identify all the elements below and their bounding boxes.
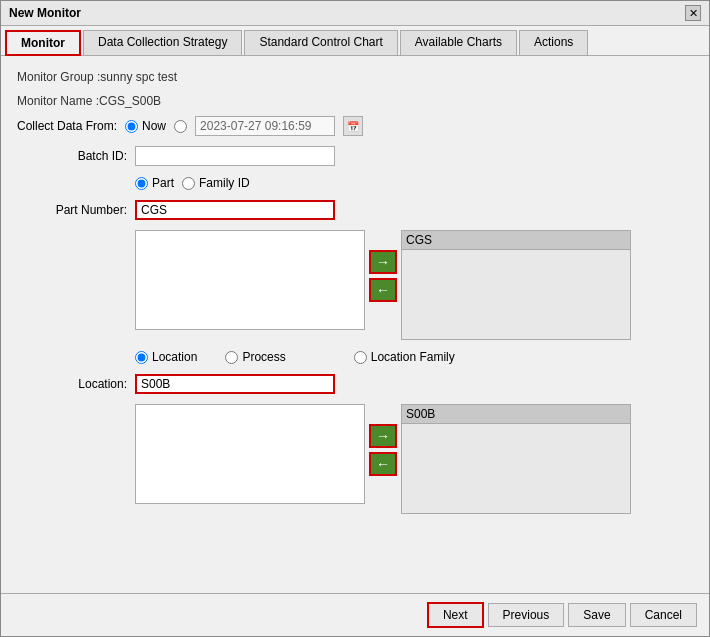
location-lists-section: → ← S00B [135,404,693,514]
datetime-radio-label[interactable] [174,120,187,133]
now-radio-label[interactable]: Now [125,119,166,133]
location-family-radio[interactable] [354,351,367,364]
location-input-row: Location: [17,374,693,394]
monitor-group-info: Monitor Group :sunny spc test [17,68,693,86]
tab-actions[interactable]: Actions [519,30,588,55]
collect-from-row: Collect Data From: Now 📅 [17,116,693,136]
part-arrow-col: → ← [369,230,397,302]
datetime-input[interactable] [195,116,335,136]
tab-bar: Monitor Data Collection Strategy Standar… [1,26,709,56]
location-arrow-col: → ← [369,404,397,476]
batch-id-row: Batch ID: [17,146,693,166]
part-number-label: Part Number: [17,203,127,217]
family-id-radio-label[interactable]: Family ID [182,176,250,190]
previous-button[interactable]: Previous [488,603,565,627]
collect-from-label: Collect Data From: [17,119,117,133]
location-family-radio-label[interactable]: Location Family [354,350,455,364]
family-id-radio[interactable] [182,177,195,190]
location-input[interactable] [135,374,335,394]
location-type-row: Location Process Location Family [135,350,693,364]
window-title: New Monitor [9,6,81,20]
close-button[interactable]: ✕ [685,5,701,21]
part-source-list[interactable] [135,230,365,330]
now-radio[interactable] [125,120,138,133]
tab-standard-control[interactable]: Standard Control Chart [244,30,397,55]
part-arrow-right-button[interactable]: → [369,250,397,274]
tab-available-charts[interactable]: Available Charts [400,30,517,55]
tab-data-collection[interactable]: Data Collection Strategy [83,30,242,55]
datetime-radio[interactable] [174,120,187,133]
location-input-label: Location: [17,377,127,391]
location-radio[interactable] [135,351,148,364]
title-bar: New Monitor ✕ [1,1,709,26]
new-monitor-window: New Monitor ✕ Monitor Data Collection St… [0,0,710,637]
part-lists-section: → ← CGS [135,230,693,340]
part-selected-list[interactable]: CGS [401,230,631,340]
location-arrow-left-button[interactable]: ← [369,452,397,476]
part-arrow-left-button[interactable]: ← [369,278,397,302]
location-selected-list[interactable]: S00B [401,404,631,514]
batch-id-input[interactable] [135,146,335,166]
footer: Next Previous Save Cancel [1,593,709,636]
process-radio-label[interactable]: Process [225,350,285,364]
save-button[interactable]: Save [568,603,625,627]
location-arrow-right-button[interactable]: → [369,424,397,448]
process-radio[interactable] [225,351,238,364]
part-selected-header: CGS [402,231,630,250]
part-number-input[interactable] [135,200,335,220]
part-radio[interactable] [135,177,148,190]
location-source-list[interactable] [135,404,365,504]
tab-monitor[interactable]: Monitor [5,30,81,56]
location-radio-label[interactable]: Location [135,350,197,364]
batch-id-label: Batch ID: [17,149,127,163]
next-button[interactable]: Next [427,602,484,628]
content-area: Monitor Group :sunny spc test Monitor Na… [1,56,709,593]
monitor-name-info: Monitor Name :CGS_S00B [17,92,693,110]
calendar-button[interactable]: 📅 [343,116,363,136]
location-selected-header: S00B [402,405,630,424]
part-number-row: Part Number: [17,200,693,220]
cancel-button[interactable]: Cancel [630,603,697,627]
part-family-row: Part Family ID [135,176,693,190]
part-radio-label[interactable]: Part [135,176,174,190]
